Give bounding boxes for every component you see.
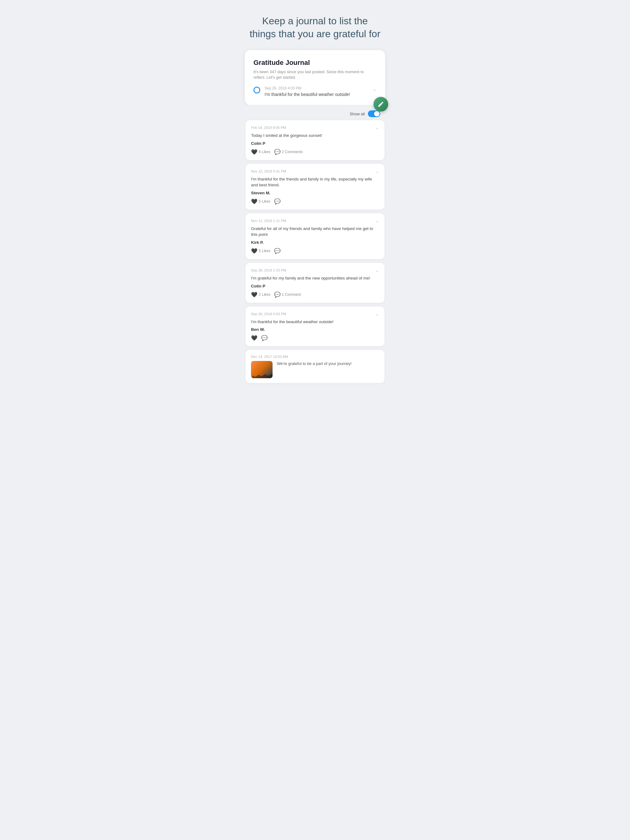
like-button[interactable]: 🖤 5 Likes (251, 248, 271, 254)
journal-card: Gratitude Journal It's been 347 days sin… (245, 50, 385, 105)
entry-chevron-icon[interactable]: ⌄ (375, 169, 379, 174)
last-entry-date: Dec 14, 2017 10:03 AM (251, 355, 288, 358)
entry-header: Dec 14, 2017 10:03 AM (251, 355, 379, 358)
heart-icon: 🖤 (251, 292, 258, 298)
last-entry-card: Dec 14, 2017 10:03 AM We're grateful to … (245, 350, 385, 383)
show-all-row: Show all (241, 105, 389, 120)
entry-text: Grateful for all of my friends and famil… (251, 226, 379, 238)
entry-actions: 🖤 5 Likes 💬 (251, 198, 379, 205)
featured-entry: Sep 26, 2018 4:03 PM I'm thankful for th… (245, 86, 385, 105)
entry-card: Feb 18, 2019 8:05 PM ⌄ Today I smiled at… (245, 120, 385, 160)
comment-icon: 💬 (274, 149, 280, 155)
like-button[interactable]: 🖤 (251, 335, 258, 341)
entry-actions: 🖤 2 Likes 💬 1 Comment (251, 292, 379, 298)
featured-content: Sep 26, 2018 4:03 PM I'm thankful for th… (264, 86, 369, 98)
entry-date: Feb 18, 2019 8:05 PM (251, 126, 286, 129)
likes-count: 6 Likes (259, 150, 271, 154)
entry-card: Nov 11, 2018 1:11 PM ⌄ Grateful for all … (245, 213, 385, 259)
featured-chevron-icon[interactable]: ⌄ (369, 86, 377, 92)
journal-title: Gratitude Journal (253, 59, 377, 67)
entry-date: Sep 26, 2018 4:03 PM (251, 312, 286, 316)
last-entry-thumbnail (251, 361, 272, 378)
featured-date: Sep 26, 2018 4:03 PM (264, 86, 369, 90)
likes-count: 5 Likes (259, 199, 271, 204)
entry-date: Sep 28, 2018 1:33 PM (251, 268, 286, 272)
comments-count: 2 Comments (282, 150, 303, 154)
entry-header: Nov 11, 2018 1:11 PM ⌄ (251, 218, 379, 223)
comment-icon: 💬 (261, 335, 268, 341)
entry-actions: 🖤 💬 (251, 335, 379, 341)
entry-author: Ben W. (251, 327, 379, 332)
show-all-toggle[interactable] (368, 111, 380, 117)
entry-author: Steven M. (251, 191, 379, 195)
entry-chevron-icon[interactable]: ⌄ (375, 268, 379, 273)
entry-card: Nov 12, 2018 5:41 PM ⌄ I'm thankful for … (245, 164, 385, 210)
comment-icon: 💬 (274, 198, 280, 205)
entry-header: Nov 12, 2018 5:41 PM ⌄ (251, 169, 379, 174)
toggle-knob (374, 111, 380, 117)
entry-header: Feb 18, 2019 8:05 PM ⌄ (251, 125, 379, 130)
entry-card: Sep 28, 2018 1:33 PM ⌄ I'm grateful for … (245, 263, 385, 303)
entry-author: Kirk P. (251, 240, 379, 245)
show-all-label: Show all (350, 112, 365, 116)
heart-icon: 🖤 (251, 248, 258, 254)
entry-chevron-icon[interactable]: ⌄ (375, 218, 379, 223)
entry-actions: 🖤 6 Likes 💬 2 Comments (251, 149, 379, 155)
like-button[interactable]: 🖤 5 Likes (251, 198, 271, 205)
likes-count: 2 Likes (259, 292, 271, 297)
heart-icon: 🖤 (251, 198, 258, 205)
entry-chevron-icon[interactable]: ⌄ (375, 125, 379, 130)
entry-author: Colin P (251, 284, 379, 288)
comment-button[interactable]: 💬 (274, 198, 280, 205)
comment-button[interactable]: 💬 2 Comments (274, 149, 303, 155)
entry-header: Sep 28, 2018 1:33 PM ⌄ (251, 268, 379, 273)
entry-text: Today I smiled at the gorgeous sunset! (251, 133, 379, 139)
like-button[interactable]: 🖤 2 Likes (251, 292, 271, 298)
entry-chevron-icon[interactable]: ⌄ (375, 311, 379, 316)
entry-text: I'm grateful for my family and the new o… (251, 275, 379, 281)
heart-icon: 🖤 (251, 149, 258, 155)
entry-text: I'm thankful for the beautiful weather o… (251, 319, 379, 325)
comment-button[interactable]: 💬 (261, 335, 268, 341)
featured-text: I'm thankful for the beautiful weather o… (264, 92, 369, 98)
entry-actions: 🖤 5 Likes 💬 (251, 248, 379, 254)
entry-author: Colin P (251, 141, 379, 146)
comments-count: 1 Comment (282, 292, 301, 297)
comment-icon: 💬 (274, 248, 280, 254)
entry-text: I'm thankful for the friends and family … (251, 176, 379, 188)
journal-header: Gratitude Journal It's been 347 days sin… (245, 50, 385, 80)
featured-dot-icon (253, 87, 260, 93)
entry-header: Sep 26, 2018 4:03 PM ⌄ (251, 311, 379, 316)
likes-count: 5 Likes (259, 249, 271, 253)
entry-date: Nov 12, 2018 5:41 PM (251, 169, 286, 173)
last-entry-inner: We're grateful to be a part of your jour… (251, 361, 379, 378)
last-entry-text: We're grateful to be a part of your jour… (277, 361, 379, 366)
comment-icon: 💬 (274, 292, 280, 298)
pencil-icon (377, 101, 384, 107)
hero-title: Keep a journal to list the things that y… (241, 0, 389, 50)
thumb-silhouette (251, 371, 272, 378)
comment-button[interactable]: 💬 1 Comment (274, 292, 301, 298)
entries-list: Feb 18, 2019 8:05 PM ⌄ Today I smiled at… (241, 120, 389, 383)
last-entry-content: We're grateful to be a part of your jour… (277, 361, 379, 378)
journal-subtitle: It's been 347 days since you last posted… (253, 69, 377, 80)
heart-icon: 🖤 (251, 335, 258, 341)
comment-button[interactable]: 💬 (274, 248, 280, 254)
entry-card: Sep 26, 2018 4:03 PM ⌄ I'm thankful for … (245, 306, 385, 346)
write-entry-button[interactable] (374, 97, 388, 112)
like-button[interactable]: 🖤 6 Likes (251, 149, 271, 155)
entry-date: Nov 11, 2018 1:11 PM (251, 219, 286, 223)
